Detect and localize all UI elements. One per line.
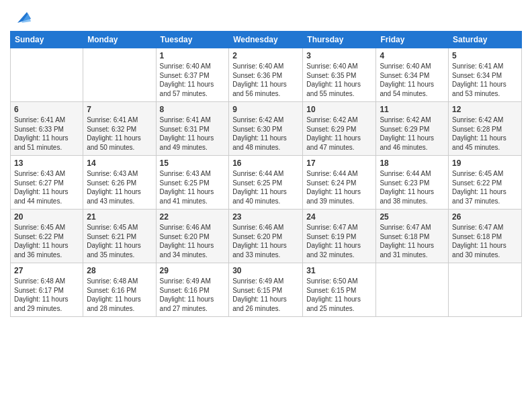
day-info: Sunrise: 6:43 AMSunset: 6:26 PMDaylight:… <box>87 169 152 205</box>
day-cell: 14Sunrise: 6:43 AMSunset: 6:26 PMDayligh… <box>83 156 156 210</box>
day-cell: 2Sunrise: 6:40 AMSunset: 6:36 PMDaylight… <box>229 48 303 102</box>
col-header-tuesday: Tuesday <box>156 32 229 48</box>
day-info: Sunrise: 6:43 AMSunset: 6:27 PMDaylight:… <box>14 169 79 205</box>
day-number: 13 <box>14 158 79 168</box>
day-number: 18 <box>380 158 445 168</box>
day-info: Sunrise: 6:41 AMSunset: 6:34 PMDaylight:… <box>452 62 518 98</box>
day-info: Sunrise: 6:47 AMSunset: 6:19 PMDaylight:… <box>306 223 372 259</box>
day-number: 25 <box>380 212 445 222</box>
day-info: Sunrise: 6:47 AMSunset: 6:18 PMDaylight:… <box>452 223 518 259</box>
day-info: Sunrise: 6:46 AMSunset: 6:20 PMDaylight:… <box>160 223 226 259</box>
day-number: 14 <box>87 158 152 168</box>
day-cell: 10Sunrise: 6:42 AMSunset: 6:29 PMDayligh… <box>303 102 376 156</box>
day-number: 12 <box>452 105 518 114</box>
day-cell: 8Sunrise: 6:41 AMSunset: 6:31 PMDaylight… <box>156 102 229 156</box>
day-number: 24 <box>306 212 372 222</box>
col-header-sunday: Sunday <box>11 32 83 48</box>
day-cell: 6Sunrise: 6:41 AMSunset: 6:33 PMDaylight… <box>11 102 83 156</box>
day-info: Sunrise: 6:49 AMSunset: 6:16 PMDaylight:… <box>160 277 226 313</box>
day-number: 11 <box>380 105 445 114</box>
week-row-3: 13Sunrise: 6:43 AMSunset: 6:27 PMDayligh… <box>11 156 522 210</box>
day-number: 26 <box>452 212 518 222</box>
col-header-saturday: Saturday <box>449 32 522 48</box>
day-number: 8 <box>160 105 226 114</box>
logo-icon <box>12 7 31 26</box>
day-number: 2 <box>232 51 299 60</box>
day-info: Sunrise: 6:47 AMSunset: 6:18 PMDaylight:… <box>380 223 445 259</box>
col-header-monday: Monday <box>83 32 156 48</box>
day-cell: 24Sunrise: 6:47 AMSunset: 6:19 PMDayligh… <box>303 210 376 263</box>
day-info: Sunrise: 6:43 AMSunset: 6:25 PMDaylight:… <box>160 169 226 205</box>
day-number: 9 <box>232 105 299 114</box>
day-info: Sunrise: 6:42 AMSunset: 6:28 PMDaylight:… <box>452 116 518 152</box>
col-header-friday: Friday <box>376 32 449 48</box>
day-cell <box>11 48 83 102</box>
day-info: Sunrise: 6:40 AMSunset: 6:34 PMDaylight:… <box>380 62 445 98</box>
day-info: Sunrise: 6:41 AMSunset: 6:31 PMDaylight:… <box>160 116 226 152</box>
day-number: 15 <box>160 158 226 168</box>
header-row: SundayMondayTuesdayWednesdayThursdayFrid… <box>11 32 522 48</box>
day-number: 4 <box>380 51 445 60</box>
day-number: 28 <box>87 266 152 275</box>
day-info: Sunrise: 6:50 AMSunset: 6:15 PMDaylight:… <box>306 277 372 313</box>
day-number: 6 <box>14 105 79 114</box>
day-number: 21 <box>87 212 152 222</box>
day-cell: 22Sunrise: 6:46 AMSunset: 6:20 PMDayligh… <box>156 210 229 263</box>
header <box>10 7 522 26</box>
day-cell: 17Sunrise: 6:44 AMSunset: 6:24 PMDayligh… <box>303 156 376 210</box>
day-cell: 29Sunrise: 6:49 AMSunset: 6:16 PMDayligh… <box>156 263 229 317</box>
day-cell: 12Sunrise: 6:42 AMSunset: 6:28 PMDayligh… <box>449 102 522 156</box>
day-number: 31 <box>306 266 372 275</box>
col-header-thursday: Thursday <box>303 32 376 48</box>
week-row-1: 1Sunrise: 6:40 AMSunset: 6:37 PMDaylight… <box>11 48 522 102</box>
day-cell: 19Sunrise: 6:45 AMSunset: 6:22 PMDayligh… <box>449 156 522 210</box>
day-info: Sunrise: 6:41 AMSunset: 6:32 PMDaylight:… <box>87 116 152 152</box>
day-info: Sunrise: 6:42 AMSunset: 6:29 PMDaylight:… <box>306 116 372 152</box>
day-info: Sunrise: 6:44 AMSunset: 6:24 PMDaylight:… <box>306 169 372 205</box>
day-info: Sunrise: 6:42 AMSunset: 6:29 PMDaylight:… <box>380 116 445 152</box>
week-row-5: 27Sunrise: 6:48 AMSunset: 6:17 PMDayligh… <box>11 263 522 317</box>
day-cell: 27Sunrise: 6:48 AMSunset: 6:17 PMDayligh… <box>11 263 83 317</box>
day-info: Sunrise: 6:46 AMSunset: 6:20 PMDaylight:… <box>232 223 299 259</box>
day-number: 7 <box>87 105 152 114</box>
day-cell: 28Sunrise: 6:48 AMSunset: 6:16 PMDayligh… <box>83 263 156 317</box>
day-info: Sunrise: 6:40 AMSunset: 6:35 PMDaylight:… <box>306 62 372 98</box>
calendar-table: SundayMondayTuesdayWednesdayThursdayFrid… <box>10 31 522 317</box>
day-cell: 21Sunrise: 6:45 AMSunset: 6:21 PMDayligh… <box>83 210 156 263</box>
day-info: Sunrise: 6:44 AMSunset: 6:23 PMDaylight:… <box>380 169 445 205</box>
day-number: 5 <box>452 51 518 60</box>
day-number: 23 <box>232 212 299 222</box>
day-cell: 9Sunrise: 6:42 AMSunset: 6:30 PMDaylight… <box>229 102 303 156</box>
day-number: 29 <box>160 266 226 275</box>
day-cell: 3Sunrise: 6:40 AMSunset: 6:35 PMDaylight… <box>303 48 376 102</box>
day-cell: 20Sunrise: 6:45 AMSunset: 6:22 PMDayligh… <box>11 210 83 263</box>
week-row-2: 6Sunrise: 6:41 AMSunset: 6:33 PMDaylight… <box>11 102 522 156</box>
day-number: 30 <box>232 266 299 275</box>
day-cell: 26Sunrise: 6:47 AMSunset: 6:18 PMDayligh… <box>449 210 522 263</box>
day-cell: 23Sunrise: 6:46 AMSunset: 6:20 PMDayligh… <box>229 210 303 263</box>
day-number: 20 <box>14 212 79 222</box>
day-number: 19 <box>452 158 518 168</box>
day-cell: 7Sunrise: 6:41 AMSunset: 6:32 PMDaylight… <box>83 102 156 156</box>
day-info: Sunrise: 6:45 AMSunset: 6:21 PMDaylight:… <box>87 223 152 259</box>
day-info: Sunrise: 6:48 AMSunset: 6:17 PMDaylight:… <box>14 277 79 313</box>
day-number: 22 <box>160 212 226 222</box>
day-cell: 15Sunrise: 6:43 AMSunset: 6:25 PMDayligh… <box>156 156 229 210</box>
day-number: 16 <box>232 158 299 168</box>
day-cell: 16Sunrise: 6:44 AMSunset: 6:25 PMDayligh… <box>229 156 303 210</box>
day-info: Sunrise: 6:42 AMSunset: 6:30 PMDaylight:… <box>232 116 299 152</box>
day-info: Sunrise: 6:45 AMSunset: 6:22 PMDaylight:… <box>14 223 79 259</box>
day-cell: 13Sunrise: 6:43 AMSunset: 6:27 PMDayligh… <box>11 156 83 210</box>
day-info: Sunrise: 6:44 AMSunset: 6:25 PMDaylight:… <box>232 169 299 205</box>
page: SundayMondayTuesdayWednesdayThursdayFrid… <box>0 0 532 411</box>
day-info: Sunrise: 6:45 AMSunset: 6:22 PMDaylight:… <box>452 169 518 205</box>
week-row-4: 20Sunrise: 6:45 AMSunset: 6:22 PMDayligh… <box>11 210 522 263</box>
day-number: 10 <box>306 105 372 114</box>
day-cell: 5Sunrise: 6:41 AMSunset: 6:34 PMDaylight… <box>449 48 522 102</box>
day-info: Sunrise: 6:48 AMSunset: 6:16 PMDaylight:… <box>87 277 152 313</box>
day-info: Sunrise: 6:41 AMSunset: 6:33 PMDaylight:… <box>14 116 79 152</box>
day-number: 17 <box>306 158 372 168</box>
day-cell <box>449 263 522 317</box>
day-cell: 31Sunrise: 6:50 AMSunset: 6:15 PMDayligh… <box>303 263 376 317</box>
day-cell: 11Sunrise: 6:42 AMSunset: 6:29 PMDayligh… <box>376 102 449 156</box>
